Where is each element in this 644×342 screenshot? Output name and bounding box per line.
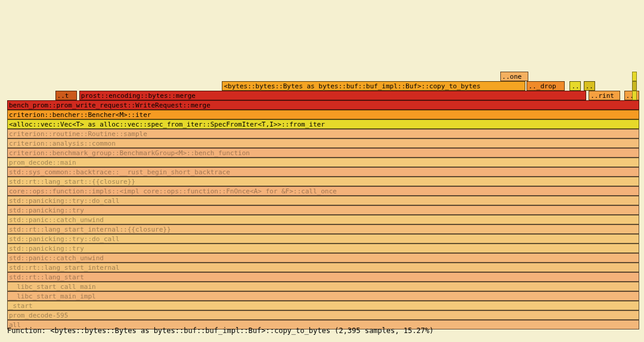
frame[interactable]: .. — [569, 81, 581, 91]
frame[interactable]: std::panic::catch_unwind — [7, 215, 639, 224]
status-function: <bytes::bytes::Bytes as bytes::buf::buf_… — [50, 326, 330, 335]
status-line: Function: <bytes::bytes::Bytes as bytes:… — [7, 326, 639, 335]
frame[interactable]: prom_decode-595 — [7, 310, 639, 320]
frame[interactable]: ..t — [55, 91, 77, 100]
frame-minor[interactable] — [632, 81, 637, 91]
status-prefix: Function: — [7, 326, 50, 335]
frame[interactable]: <bytes::bytes::Bytes as bytes::buf::buf_… — [222, 81, 525, 91]
frame-minor[interactable] — [632, 91, 637, 100]
frame[interactable]: core::ops::function::impls::<impl core::… — [7, 186, 639, 196]
frame[interactable]: ..rint — [589, 91, 620, 100]
frame[interactable]: criterion::bencher::Bencher<M>::iter — [7, 110, 639, 119]
frame[interactable]: bench_prom::prom_write_request::WriteReq… — [7, 100, 639, 110]
frame[interactable]: std::rt::lang_start::{{closure}} — [7, 177, 639, 186]
frame[interactable]: prom_decode::main — [7, 158, 639, 167]
frame[interactable]: criterion::routine::Routine::sample — [7, 129, 639, 138]
frame[interactable]: std::panic::catch_unwind — [7, 253, 639, 263]
frame[interactable]: .._drop — [527, 81, 565, 91]
frame[interactable]: std::panicking::try — [7, 205, 639, 215]
frame[interactable]: ..one — [500, 72, 529, 81]
status-stats: (2,395 samples, 15.27%) — [335, 326, 434, 335]
frame[interactable]: std::rt::lang_start_internal::{{closure}… — [7, 224, 639, 234]
frame[interactable]: criterion::analysis::common — [7, 138, 639, 148]
frame[interactable]: criterion::benchmark_group::BenchmarkGro… — [7, 148, 639, 158]
frame[interactable]: <alloc::vec::Vec<T> as alloc::vec::spec_… — [7, 119, 639, 129]
frame[interactable]: std::rt::lang_start_internal — [7, 263, 639, 272]
frame-minor[interactable] — [632, 72, 637, 81]
frame[interactable]: .. — [584, 81, 595, 91]
frame[interactable]: __libc_start_main_impl — [7, 291, 639, 301]
frame[interactable]: std::panicking::try::do_call — [7, 196, 639, 205]
frame[interactable]: _start — [7, 301, 639, 310]
frame[interactable]: prost::encoding::bytes::merge — [79, 91, 586, 100]
frame[interactable]: std::panicking::try::do_call — [7, 234, 639, 244]
frame[interactable]: std::rt::lang_start — [7, 272, 639, 282]
frame[interactable]: std::panicking::try — [7, 244, 639, 253]
frame[interactable]: std::sys_common::backtrace::__rust_begin… — [7, 167, 639, 177]
frame[interactable]: __libc_start_call_main — [7, 282, 639, 291]
